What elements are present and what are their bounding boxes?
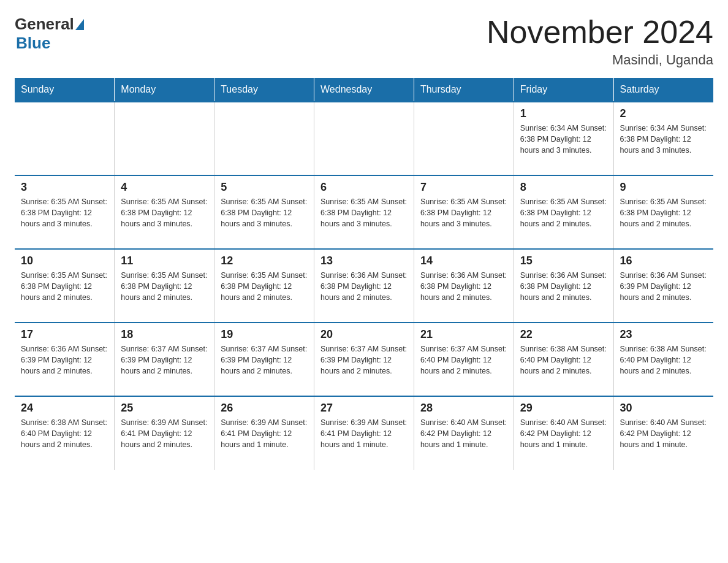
table-cell: 9Sunrise: 6:35 AM Sunset: 6:38 PM Daylig…	[613, 175, 713, 249]
table-cell	[414, 102, 514, 175]
table-cell: 27Sunrise: 6:39 AM Sunset: 6:41 PM Dayli…	[314, 396, 414, 470]
table-cell: 23Sunrise: 6:38 AM Sunset: 6:40 PM Dayli…	[613, 323, 713, 396]
table-cell: 22Sunrise: 6:38 AM Sunset: 6:40 PM Dayli…	[514, 323, 613, 396]
day-number: 20	[320, 328, 408, 341]
day-number: 29	[520, 402, 607, 415]
table-cell: 10Sunrise: 6:35 AM Sunset: 6:38 PM Dayli…	[15, 249, 115, 323]
day-info: Sunrise: 6:36 AM Sunset: 6:38 PM Dayligh…	[320, 270, 408, 303]
day-number: 3	[21, 181, 108, 194]
logo-triangle-icon	[75, 19, 84, 30]
day-number: 27	[320, 402, 408, 415]
day-info: Sunrise: 6:40 AM Sunset: 6:42 PM Dayligh…	[420, 417, 507, 450]
header-sunday: Sunday	[15, 78, 115, 102]
day-number: 26	[221, 402, 308, 415]
header-friday: Friday	[514, 78, 613, 102]
table-cell: 20Sunrise: 6:37 AM Sunset: 6:39 PM Dayli…	[314, 323, 414, 396]
day-info: Sunrise: 6:40 AM Sunset: 6:42 PM Dayligh…	[620, 417, 707, 450]
day-info: Sunrise: 6:35 AM Sunset: 6:38 PM Dayligh…	[21, 196, 108, 229]
day-number: 7	[420, 181, 507, 194]
header-tuesday: Tuesday	[214, 78, 314, 102]
calendar-body: 1Sunrise: 6:34 AM Sunset: 6:38 PM Daylig…	[15, 102, 713, 470]
day-info: Sunrise: 6:38 AM Sunset: 6:40 PM Dayligh…	[21, 417, 108, 450]
day-number: 9	[620, 181, 707, 194]
day-info: Sunrise: 6:36 AM Sunset: 6:38 PM Dayligh…	[520, 270, 607, 303]
day-info: Sunrise: 6:35 AM Sunset: 6:38 PM Dayligh…	[121, 196, 208, 229]
day-info: Sunrise: 6:39 AM Sunset: 6:41 PM Dayligh…	[320, 417, 408, 450]
day-number: 16	[620, 255, 707, 267]
table-cell: 7Sunrise: 6:35 AM Sunset: 6:38 PM Daylig…	[414, 175, 514, 249]
day-info: Sunrise: 6:39 AM Sunset: 6:41 PM Dayligh…	[221, 417, 308, 450]
table-cell: 25Sunrise: 6:39 AM Sunset: 6:41 PM Dayli…	[115, 396, 214, 470]
day-number: 24	[21, 402, 108, 415]
table-cell: 18Sunrise: 6:37 AM Sunset: 6:39 PM Dayli…	[115, 323, 214, 396]
day-number: 19	[221, 328, 308, 341]
day-info: Sunrise: 6:35 AM Sunset: 6:38 PM Dayligh…	[21, 270, 108, 303]
day-number: 5	[221, 181, 308, 194]
day-number: 30	[620, 402, 707, 415]
day-number: 25	[121, 402, 208, 415]
day-info: Sunrise: 6:37 AM Sunset: 6:40 PM Dayligh…	[420, 343, 507, 377]
calendar-table: Sunday Monday Tuesday Wednesday Thursday…	[15, 78, 713, 470]
day-info: Sunrise: 6:35 AM Sunset: 6:38 PM Dayligh…	[121, 270, 208, 303]
calendar-title: November 2024	[487, 15, 713, 50]
day-number: 21	[420, 328, 507, 341]
table-cell: 15Sunrise: 6:36 AM Sunset: 6:38 PM Dayli…	[514, 249, 613, 323]
day-number: 12	[221, 255, 308, 267]
title-block: November 2024 Masindi, Uganda	[487, 15, 713, 68]
table-cell	[15, 102, 115, 175]
table-cell	[115, 102, 214, 175]
day-number: 11	[121, 255, 208, 267]
day-number: 15	[520, 255, 607, 267]
table-cell: 17Sunrise: 6:36 AM Sunset: 6:39 PM Dayli…	[15, 323, 115, 396]
day-number: 2	[620, 107, 707, 120]
table-cell: 30Sunrise: 6:40 AM Sunset: 6:42 PM Dayli…	[613, 396, 713, 470]
table-cell: 14Sunrise: 6:36 AM Sunset: 6:38 PM Dayli…	[414, 249, 514, 323]
logo: General Blue	[15, 15, 85, 53]
page-header: General Blue November 2024 Masindi, Ugan…	[15, 15, 713, 68]
day-info: Sunrise: 6:38 AM Sunset: 6:40 PM Dayligh…	[620, 343, 707, 377]
table-cell: 6Sunrise: 6:35 AM Sunset: 6:38 PM Daylig…	[314, 175, 414, 249]
table-cell: 2Sunrise: 6:34 AM Sunset: 6:38 PM Daylig…	[613, 102, 713, 175]
day-info: Sunrise: 6:37 AM Sunset: 6:39 PM Dayligh…	[221, 343, 308, 377]
table-cell: 4Sunrise: 6:35 AM Sunset: 6:38 PM Daylig…	[115, 175, 214, 249]
day-info: Sunrise: 6:37 AM Sunset: 6:39 PM Dayligh…	[121, 343, 208, 377]
table-cell: 28Sunrise: 6:40 AM Sunset: 6:42 PM Dayli…	[414, 396, 514, 470]
table-cell: 11Sunrise: 6:35 AM Sunset: 6:38 PM Dayli…	[115, 249, 214, 323]
day-info: Sunrise: 6:34 AM Sunset: 6:38 PM Dayligh…	[520, 123, 607, 156]
day-info: Sunrise: 6:34 AM Sunset: 6:38 PM Dayligh…	[620, 123, 707, 156]
day-number: 28	[420, 402, 507, 415]
logo-blue-text: Blue	[16, 34, 50, 52]
day-number: 6	[320, 181, 408, 194]
table-cell: 21Sunrise: 6:37 AM Sunset: 6:40 PM Dayli…	[414, 323, 514, 396]
day-info: Sunrise: 6:35 AM Sunset: 6:38 PM Dayligh…	[620, 196, 707, 229]
table-cell: 13Sunrise: 6:36 AM Sunset: 6:38 PM Dayli…	[314, 249, 414, 323]
day-number: 22	[520, 328, 607, 341]
day-number: 17	[21, 328, 108, 341]
header-saturday: Saturday	[613, 78, 713, 102]
day-info: Sunrise: 6:35 AM Sunset: 6:38 PM Dayligh…	[420, 196, 507, 229]
day-info: Sunrise: 6:38 AM Sunset: 6:40 PM Dayligh…	[520, 343, 607, 377]
day-number: 13	[320, 255, 408, 267]
day-number: 10	[21, 255, 108, 267]
day-number: 1	[520, 107, 607, 120]
day-info: Sunrise: 6:35 AM Sunset: 6:38 PM Dayligh…	[520, 196, 607, 229]
day-number: 23	[620, 328, 707, 341]
day-info: Sunrise: 6:36 AM Sunset: 6:38 PM Dayligh…	[420, 270, 507, 303]
header-monday: Monday	[115, 78, 214, 102]
day-info: Sunrise: 6:35 AM Sunset: 6:38 PM Dayligh…	[221, 270, 308, 303]
day-number: 4	[121, 181, 208, 194]
table-cell: 3Sunrise: 6:35 AM Sunset: 6:38 PM Daylig…	[15, 175, 115, 249]
day-info: Sunrise: 6:35 AM Sunset: 6:38 PM Dayligh…	[320, 196, 408, 229]
table-cell: 1Sunrise: 6:34 AM Sunset: 6:38 PM Daylig…	[514, 102, 613, 175]
day-info: Sunrise: 6:36 AM Sunset: 6:39 PM Dayligh…	[21, 343, 108, 377]
header-thursday: Thursday	[414, 78, 514, 102]
table-cell: 24Sunrise: 6:38 AM Sunset: 6:40 PM Dayli…	[15, 396, 115, 470]
day-info: Sunrise: 6:35 AM Sunset: 6:38 PM Dayligh…	[221, 196, 308, 229]
day-number: 14	[420, 255, 507, 267]
table-cell: 16Sunrise: 6:36 AM Sunset: 6:39 PM Dayli…	[613, 249, 713, 323]
day-number: 18	[121, 328, 208, 341]
day-info: Sunrise: 6:36 AM Sunset: 6:39 PM Dayligh…	[620, 270, 707, 303]
table-cell: 5Sunrise: 6:35 AM Sunset: 6:38 PM Daylig…	[214, 175, 314, 249]
day-info: Sunrise: 6:40 AM Sunset: 6:42 PM Dayligh…	[520, 417, 607, 450]
day-info: Sunrise: 6:39 AM Sunset: 6:41 PM Dayligh…	[121, 417, 208, 450]
